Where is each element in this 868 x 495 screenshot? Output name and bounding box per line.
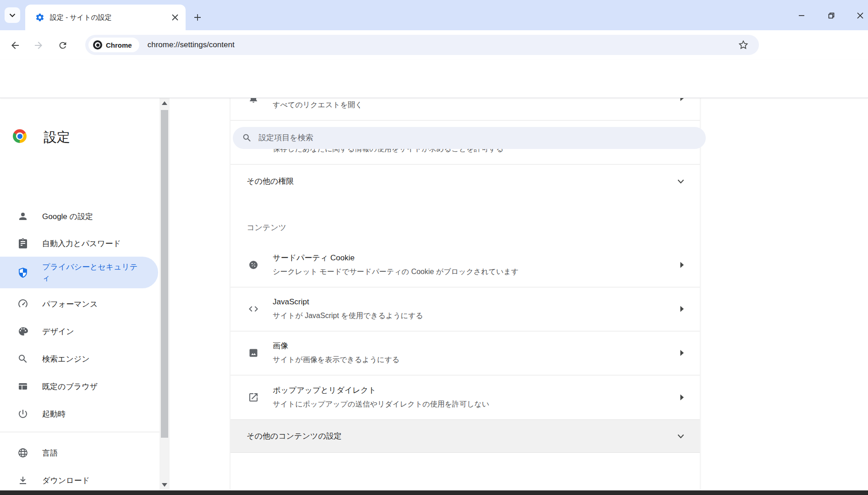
- close-window-button[interactable]: [853, 10, 867, 21]
- sidebar-item-search-engine[interactable]: 検索エンジン: [0, 348, 158, 370]
- new-tab-button[interactable]: [192, 12, 203, 23]
- bookmark-star-icon[interactable]: [738, 39, 749, 50]
- chevron-right-icon: [680, 306, 684, 312]
- address-bar[interactable]: Chrome chrome://settings/content: [85, 35, 759, 55]
- globe-icon: [17, 447, 28, 458]
- browser-window: 設定 - サイトの設定 Ch: [0, 0, 868, 495]
- row-javascript[interactable]: JavaScript サイトが JavaScript を使用できるようにする: [231, 287, 700, 331]
- row-subtitle: サイトが JavaScript を使用できるようにする: [273, 309, 423, 323]
- scrollbar-thumb[interactable]: [161, 110, 168, 438]
- chevron-right-icon: [680, 262, 684, 268]
- sidebar-item-label: デザイン: [42, 326, 74, 337]
- row-title: JavaScript: [273, 295, 423, 309]
- more-content-expander[interactable]: その他のコンテンツの設定: [231, 420, 700, 452]
- scrollbar-up-arrow-icon[interactable]: [162, 101, 167, 105]
- chrome-logo-icon: [13, 129, 27, 143]
- scrollbar[interactable]: [159, 98, 170, 490]
- sidebar-item-label: 検索エンジン: [42, 354, 90, 364]
- popup-icon: [248, 392, 259, 403]
- chevron-down-icon: [677, 179, 684, 184]
- expander-label: その他のコンテンツの設定: [247, 431, 342, 441]
- row-title: 画像: [273, 339, 400, 353]
- sidebar-item-label: プライバシーとセキュリティ: [42, 262, 139, 284]
- sidebar-item-autofill[interactable]: 自動入力とパスワード: [0, 232, 158, 254]
- minimize-button[interactable]: [795, 10, 808, 21]
- sidebar-item-label: Google の設定: [42, 211, 93, 222]
- row-subtitle: すべてのリクエストを開く: [273, 98, 363, 112]
- row-title: サードパーティ Cookie: [273, 251, 519, 265]
- tab-title: 設定 - サイトの設定: [50, 13, 112, 22]
- page-title: 設定: [44, 128, 70, 147]
- chevron-right-icon: [680, 98, 684, 101]
- site-settings-card: すべてのリクエストを開く 埋め込みコンテンツ 保存したあなたに関する情報の使用を…: [231, 98, 700, 490]
- sidebar-item-privacy-security[interactable]: プライバシーとセキュリティ: [0, 257, 158, 288]
- active-tab[interactable]: 設定 - サイトの設定: [25, 5, 186, 30]
- sidebar-item-label: 起動時: [42, 409, 66, 419]
- chrome-mono-logo-icon: [93, 40, 102, 50]
- search-icon: [242, 133, 252, 143]
- sidebar-item-label: ダウンロード: [42, 475, 90, 486]
- chevron-down-icon: [677, 434, 684, 439]
- forward-button[interactable]: [33, 39, 44, 51]
- titlebar: 設定 - サイトの設定: [0, 0, 868, 30]
- sidebar-item-google-settings[interactable]: Google の設定: [0, 205, 158, 227]
- settings-gear-favicon-icon: [35, 13, 44, 22]
- power-icon: [17, 408, 28, 419]
- search-input[interactable]: [258, 133, 672, 143]
- more-permissions-expander[interactable]: その他の権限: [231, 164, 700, 198]
- row-title: ポップアップとリダイレクト: [273, 384, 489, 397]
- chevron-right-icon: [680, 350, 684, 356]
- sidebar-divider: [0, 432, 159, 432]
- restore-button[interactable]: [824, 10, 838, 21]
- row-third-party-cookies[interactable]: サードパーティ Cookie シークレット モードでサードパーティの Cooki…: [231, 243, 700, 287]
- palette-icon: [17, 326, 28, 337]
- back-button[interactable]: [9, 39, 21, 51]
- sidebar-item-default-browser[interactable]: 既定のブラウザ: [0, 375, 158, 397]
- browser-icon: [17, 381, 28, 392]
- row-notifications[interactable]: すべてのリクエストを開く: [231, 98, 700, 120]
- download-icon: [17, 475, 28, 486]
- row-divider: [231, 452, 700, 453]
- row-popups-redirects[interactable]: ポップアップとリダイレクト サイトにポップアップの送信やリダイレクトの使用を許可…: [231, 375, 700, 419]
- reload-button[interactable]: [57, 39, 69, 51]
- site-badge-label: Chrome: [106, 41, 132, 49]
- sidebar-item-label: 既定のブラウザ: [42, 381, 98, 392]
- row-subtitle: サイトが画像を表示できるようにする: [273, 353, 400, 367]
- search-icon: [17, 353, 28, 364]
- site-info-badge[interactable]: Chrome: [88, 38, 139, 52]
- expander-label: その他の権限: [247, 176, 294, 187]
- url-text[interactable]: chrome://settings/content: [148, 40, 235, 50]
- speedometer-icon: [17, 298, 28, 309]
- chevron-right-icon: [680, 394, 684, 401]
- sidebar-item-languages[interactable]: 言語: [0, 442, 158, 464]
- person-icon: [17, 211, 28, 222]
- window-bottom-edge: [0, 490, 868, 495]
- row-images[interactable]: 画像 サイトが画像を表示できるようにする: [231, 331, 700, 375]
- row-subtitle: シークレット モードでサードパーティの Cookie がブロックされています: [273, 265, 519, 279]
- sidebar-nav: Google の設定 自動入力とパスワード プライバシーとセキュリティ: [0, 98, 159, 490]
- sidebar-item-label: 自動入力とパスワード: [42, 238, 121, 249]
- row-subtitle: サイトにポップアップの送信やリダイレクトの使用を許可しない: [273, 397, 489, 411]
- settings-search-box[interactable]: [233, 127, 706, 149]
- chevron-down-icon: [9, 13, 16, 17]
- code-icon: [248, 303, 259, 314]
- sidebar-item-downloads[interactable]: ダウンロード: [0, 469, 158, 491]
- settings-header: 設定: [0, 60, 868, 98]
- sidebar-item-on-startup[interactable]: 起動時: [0, 403, 158, 425]
- clipboard-icon: [17, 238, 28, 249]
- tab-search-button[interactable]: [5, 7, 20, 23]
- bell-icon: [248, 98, 259, 104]
- tab-close-icon[interactable]: [171, 13, 179, 22]
- sidebar-item-label: パフォーマンス: [42, 299, 98, 309]
- sidebar-item-label: 言語: [42, 448, 58, 458]
- section-heading-content: コンテンツ: [247, 222, 286, 233]
- toolbar: Chrome chrome://settings/content IMAoS: [0, 30, 868, 60]
- image-icon: [248, 347, 259, 358]
- sidebar-item-performance[interactable]: パフォーマンス: [0, 293, 158, 315]
- scrollbar-down-arrow-icon[interactable]: [162, 483, 167, 487]
- sidebar-item-appearance[interactable]: デザイン: [0, 320, 158, 342]
- shield-icon: [17, 267, 28, 278]
- cookie-icon: [248, 259, 259, 270]
